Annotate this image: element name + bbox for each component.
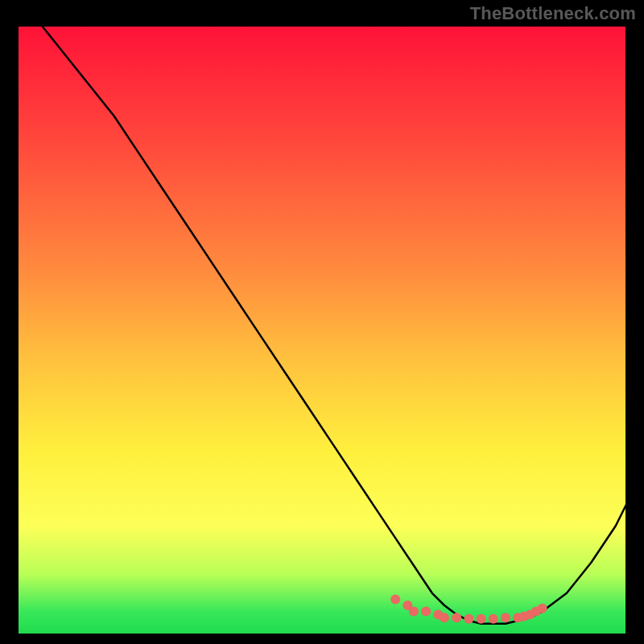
marker-dot [464, 614, 473, 624]
marker-dot [409, 607, 419, 617]
marker-dot [538, 604, 547, 613]
marker-dot [440, 613, 449, 622]
gradient-background [16, 24, 628, 636]
marker-dot [477, 614, 486, 624]
watermark-text: TheBottleneck.com [470, 3, 636, 24]
marker-dot [501, 613, 510, 622]
marker-dot [390, 594, 400, 604]
chart-frame: TheBottleneck.com [0, 0, 644, 644]
marker-dot [421, 607, 431, 617]
chart-svg [16, 24, 628, 636]
plot-area [16, 24, 628, 636]
marker-dot [452, 613, 461, 622]
marker-dot [489, 614, 498, 624]
